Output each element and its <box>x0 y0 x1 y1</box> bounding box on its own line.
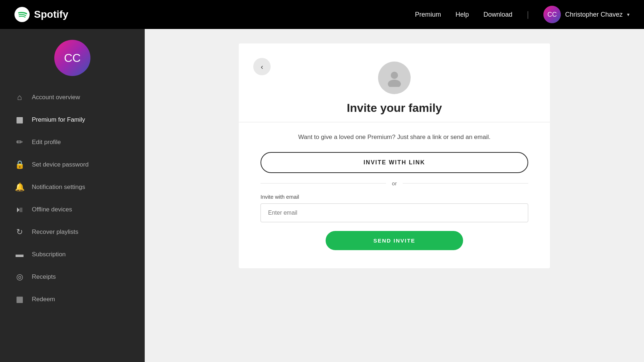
sidebar-icon-redeem: ▦ <box>14 295 25 304</box>
svg-point-2 <box>388 80 401 87</box>
sidebar-label-edit-profile: Edit profile <box>32 139 61 146</box>
topnav-right: Premium Help Download | CC Christopher C… <box>415 6 630 23</box>
back-button[interactable]: ‹ <box>253 58 271 75</box>
sidebar-icon-receipts: ◎ <box>14 272 25 282</box>
main-layout: CC ⌂Account overview▦Premium for Family✏… <box>0 29 644 362</box>
sidebar-label-receipts: Receipts <box>32 273 56 281</box>
card-divider <box>239 122 550 122</box>
content-area: ‹ Invite your family Want to give a love… <box>145 29 644 362</box>
invite-with-link-button[interactable]: INVITE WITH LINK <box>260 152 528 173</box>
sidebar-label-subscription: Subscription <box>32 251 66 258</box>
card-title: Invite your family <box>260 101 528 115</box>
sidebar-icon-account-overview: ⌂ <box>14 93 25 102</box>
sidebar-icon-offline-devices: ⏯ <box>14 205 25 214</box>
svg-point-1 <box>391 72 398 79</box>
sidebar-icon-edit-profile: ✏ <box>14 138 25 147</box>
sidebar-label-recover-playlists: Recover playlists <box>32 228 79 236</box>
logo-text: Spotify <box>34 9 68 20</box>
sidebar-icon-subscription: ▬ <box>14 250 25 259</box>
back-icon: ‹ <box>261 63 263 71</box>
top-navigation: Spotify Premium Help Download | CC Chris… <box>0 0 644 29</box>
sidebar-item-offline-devices[interactable]: ⏯Offline devices <box>0 198 145 221</box>
topnav-download[interactable]: Download <box>483 11 512 18</box>
sidebar-item-notification-settings[interactable]: 🔔Notification settings <box>0 176 145 198</box>
sidebar-label-premium-for-family: Premium for Family <box>32 116 85 123</box>
invite-email-label: Invite with email <box>260 194 528 200</box>
sidebar: CC ⌂Account overview▦Premium for Family✏… <box>0 29 145 362</box>
sidebar-label-notification-settings: Notification settings <box>32 184 85 191</box>
sidebar-label-set-device-password: Set device password <box>32 161 89 168</box>
sidebar-item-receipts[interactable]: ◎Receipts <box>0 266 145 288</box>
logo[interactable]: Spotify <box>14 7 68 22</box>
topnav-divider: | <box>527 10 529 19</box>
sidebar-item-set-device-password[interactable]: 🔒Set device password <box>0 153 145 176</box>
sidebar-icon-set-device-password: 🔒 <box>14 160 25 169</box>
sidebar-item-edit-profile[interactable]: ✏Edit profile <box>0 131 145 153</box>
card-user-icon <box>260 62 528 94</box>
sidebar-icon-premium-for-family: ▦ <box>14 115 25 125</box>
card-subtitle: Want to give a loved one Premium? Just s… <box>260 132 528 142</box>
topnav-username: Christopher Chavez <box>565 11 623 18</box>
topnav-avatar: CC <box>543 6 561 23</box>
chevron-down-icon: ▾ <box>627 12 630 17</box>
user-placeholder-icon <box>378 62 411 94</box>
email-input[interactable] <box>260 203 528 222</box>
send-invite-button[interactable]: SEND INVITE <box>326 231 463 250</box>
sidebar-item-subscription[interactable]: ▬Subscription <box>0 243 145 266</box>
sidebar-label-offline-devices: Offline devices <box>32 206 72 213</box>
or-text: or <box>392 180 397 186</box>
invite-card: ‹ Invite your family Want to give a love… <box>239 43 550 268</box>
or-divider: or <box>260 180 528 186</box>
sidebar-nav: ⌂Account overview▦Premium for Family✏Edi… <box>0 86 145 311</box>
sidebar-label-redeem: Redeem <box>32 296 55 303</box>
topnav-avatar-img: CC <box>543 6 561 23</box>
sidebar-item-account-overview[interactable]: ⌂Account overview <box>0 86 145 109</box>
topnav-help[interactable]: Help <box>456 11 469 18</box>
topnav-premium[interactable]: Premium <box>415 11 441 18</box>
sidebar-icon-recover-playlists: ↻ <box>14 227 25 237</box>
sidebar-item-recover-playlists[interactable]: ↻Recover playlists <box>0 221 145 243</box>
user-menu[interactable]: CC Christopher Chavez ▾ <box>543 6 630 23</box>
sidebar-label-account-overview: Account overview <box>32 94 80 101</box>
sidebar-item-premium-for-family[interactable]: ▦Premium for Family <box>0 109 145 131</box>
sidebar-avatar: CC <box>54 40 90 76</box>
sidebar-item-redeem[interactable]: ▦Redeem <box>0 288 145 311</box>
sidebar-icon-notification-settings: 🔔 <box>14 182 25 192</box>
